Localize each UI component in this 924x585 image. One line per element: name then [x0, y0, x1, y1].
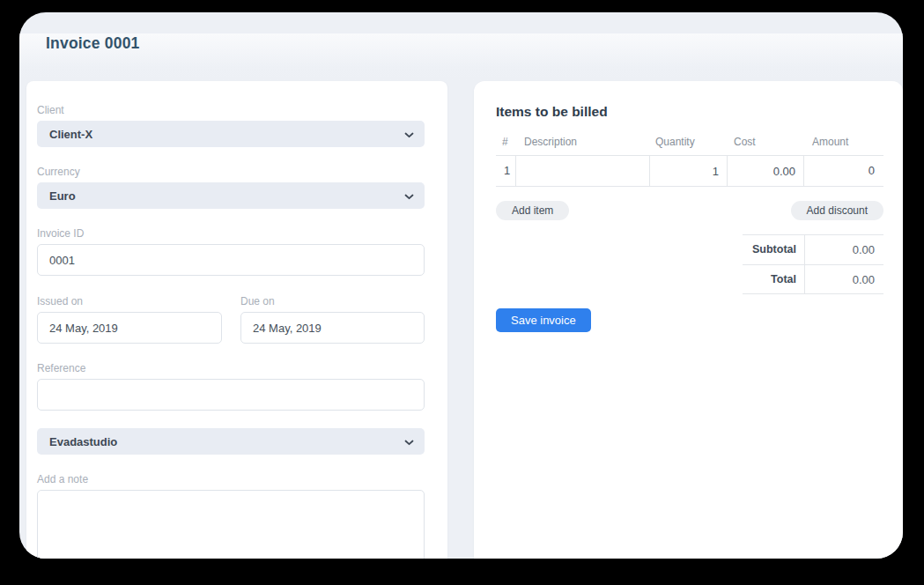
- reference-label: Reference: [37, 362, 425, 374]
- invoice-id-field: Invoice ID: [37, 227, 425, 276]
- note-field: Add a note: [37, 473, 425, 559]
- chevron-down-icon: [404, 126, 414, 142]
- items-table-header: # Description Quantity Cost Amount: [496, 136, 883, 149]
- table-row: 1 0: [496, 155, 883, 187]
- total-row: Total 0.00: [743, 264, 883, 294]
- description-input[interactable]: [516, 156, 649, 186]
- reference-input[interactable]: [37, 379, 425, 411]
- currency-select-value: Euro: [49, 189, 76, 203]
- main-content: Client Client-X Currency Euro: [19, 81, 903, 559]
- column-header-description: Description: [515, 136, 649, 149]
- cost-cell: [727, 156, 803, 186]
- due-on-label: Due on: [240, 295, 425, 307]
- dates-row: Issued on Due on: [37, 295, 425, 344]
- subtotal-label: Subtotal: [743, 235, 805, 264]
- column-header-cost: Cost: [727, 136, 803, 149]
- invoice-id-label: Invoice ID: [37, 227, 425, 240]
- save-invoice-button[interactable]: Save invoice: [496, 308, 591, 332]
- chevron-down-icon: [404, 433, 414, 449]
- app-header: Invoice 0001: [19, 33, 903, 81]
- reference-field: Reference: [37, 362, 425, 411]
- issued-on-label: Issued on: [37, 295, 222, 307]
- issued-on-input[interactable]: [37, 312, 222, 344]
- add-item-button[interactable]: Add item: [496, 201, 569, 220]
- studio-select[interactable]: Evadastudio: [37, 428, 425, 455]
- total-value: 0.00: [805, 265, 883, 293]
- row-number: 1: [496, 156, 515, 186]
- column-header-amount: Amount: [803, 136, 883, 149]
- due-on-field: Due on: [240, 295, 425, 344]
- subtotal-row: Subtotal 0.00: [743, 234, 883, 264]
- due-on-input[interactable]: [240, 312, 425, 344]
- items-table: # Description Quantity Cost Amount 1: [496, 136, 883, 187]
- app-window: Invoice 0001 Client Client-X Currency Eu…: [19, 12, 903, 559]
- note-label: Add a note: [37, 473, 425, 485]
- client-select[interactable]: Client-X: [37, 121, 425, 147]
- items-heading: Items to be billed: [496, 104, 883, 120]
- subtotal-value: 0.00: [805, 235, 883, 264]
- cost-input[interactable]: [728, 156, 803, 186]
- client-select-value: Client-X: [49, 128, 92, 141]
- items-panel: Items to be billed # Description Quantit…: [474, 81, 903, 559]
- totals-summary: Subtotal 0.00 Total 0.00: [743, 234, 883, 294]
- client-field: Client Client-X: [37, 104, 425, 147]
- chevron-down-icon: [404, 188, 414, 204]
- quantity-cell: [649, 156, 727, 186]
- amount-value: 0: [803, 156, 883, 186]
- currency-label: Currency: [37, 166, 425, 178]
- invoice-id-input[interactable]: [37, 244, 425, 276]
- currency-select[interactable]: Euro: [37, 182, 425, 209]
- resize-handle-icon[interactable]: [415, 557, 422, 559]
- page-title: Invoice 0001: [46, 33, 903, 53]
- currency-field: Currency Euro: [37, 166, 425, 209]
- issued-on-field: Issued on: [37, 295, 222, 344]
- client-label: Client: [37, 104, 425, 116]
- note-textarea[interactable]: [37, 490, 425, 559]
- total-label: Total: [743, 265, 805, 293]
- table-actions: Add item Add discount: [496, 201, 883, 220]
- invoice-form-panel: Client Client-X Currency Euro: [26, 81, 447, 559]
- studio-select-value: Evadastudio: [49, 435, 117, 448]
- add-discount-button[interactable]: Add discount: [791, 201, 883, 220]
- quantity-input[interactable]: [650, 156, 727, 186]
- column-header-number: #: [496, 136, 515, 149]
- column-header-quantity: Quantity: [649, 136, 727, 149]
- description-cell: [515, 156, 649, 186]
